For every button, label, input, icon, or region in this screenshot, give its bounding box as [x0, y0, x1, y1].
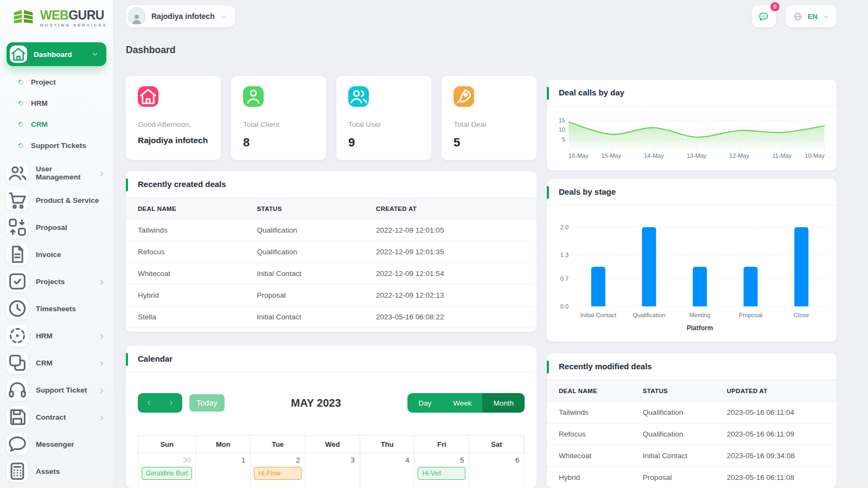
brand-logo-icon: [12, 8, 36, 29]
calendar-day-cell[interactable]: 4: [360, 453, 415, 488]
calendar-month-label: MAY 2023: [225, 397, 407, 409]
sidebar-item-contract[interactable]: Contract: [0, 403, 113, 431]
sidebar-item-timesheets[interactable]: Timesheets: [0, 295, 113, 322]
sidebar-subitem-project[interactable]: Project: [0, 72, 113, 93]
day-number: 4: [360, 453, 414, 465]
table-cell: Qualification: [631, 402, 715, 423]
svg-text:Close: Close: [794, 312, 809, 318]
svg-text:2.0: 2.0: [560, 224, 569, 230]
chevron-right-icon: [98, 387, 105, 394]
recently-modified-deals-card: Recently modified deals DEAL NAMESTATUSU…: [547, 354, 837, 488]
users-icon: [348, 86, 369, 107]
table-cell: Proposal: [245, 285, 365, 306]
weekday-header: Mon: [196, 436, 251, 453]
stat-card-total-deal: Total Deal5: [442, 76, 537, 160]
sidebar-item-projects[interactable]: Projects: [0, 268, 113, 295]
deal-calls-line-chart: 1510516-May15-May14-May13-May12-May11-Ma…: [547, 108, 837, 167]
day-number: 6: [469, 453, 524, 465]
table-cell: Stella: [126, 306, 245, 328]
calendar-prev-button[interactable]: [138, 393, 160, 413]
table-cell: Hybrid: [547, 467, 631, 488]
calendar-event[interactable]: Hi-Veil: [418, 467, 465, 480]
calendar-event[interactable]: Geraldine Burt: [142, 467, 192, 480]
svg-text:Qualification: Qualification: [633, 312, 666, 318]
user-icon: [243, 86, 264, 107]
avatar: [127, 7, 146, 25]
sidebar-item-dashboard[interactable]: Dashboard: [7, 42, 106, 66]
sidebar-menu: User ManagementProduct & ServiceProposal…: [0, 159, 113, 488]
table-cell: Tailwinds: [126, 220, 245, 241]
chevron-right-icon: [98, 170, 105, 177]
sidebar-subitem-hrm[interactable]: HRM: [0, 93, 113, 114]
workspace-selector[interactable]: Rajodiya infotech: [126, 5, 235, 27]
table-cell: 2023-05-16 06:08:22: [364, 306, 537, 328]
language-selector[interactable]: EN: [786, 5, 837, 27]
headset-icon: [7, 379, 28, 401]
calendar-view-week[interactable]: Week: [442, 393, 482, 413]
chevron-right-icon: [168, 400, 175, 407]
table-row: TailwindsQualification2022-12-09 12:01:0…: [126, 220, 537, 241]
sidebar-item-crm[interactable]: CRM: [0, 349, 113, 376]
chevron-right-icon: [98, 359, 105, 367]
svg-text:Meeting: Meeting: [689, 312, 710, 318]
calendar-event[interactable]: Hi-Flow: [254, 467, 302, 480]
weekday-header: Sat: [469, 436, 524, 453]
svg-text:14-May: 14-May: [644, 152, 664, 159]
table-cell: Tailwinds: [547, 402, 631, 423]
sidebar-item-notes[interactable]: Notes: [0, 485, 113, 488]
sidebar-item-support-ticket[interactable]: Support Ticket: [0, 376, 113, 403]
bullet-icon: [17, 121, 24, 128]
calendar-day-cell[interactable]: 30Geraldine Burt: [138, 453, 196, 488]
column-header: STATUS: [631, 381, 715, 402]
calendar-day-cell[interactable]: 3: [305, 453, 360, 488]
table-cell: 2022-12-09 12:01:54: [364, 263, 537, 285]
column-header: STATUS: [245, 198, 365, 220]
sidebar-subitem-crm[interactable]: CRM: [0, 114, 113, 135]
calculator-icon: [7, 460, 28, 482]
sidebar-item-hrm[interactable]: HRM: [0, 322, 113, 349]
table-cell: Proposal: [631, 467, 715, 488]
check-square-icon: [7, 271, 28, 292]
column-header: CREATED AT: [364, 198, 537, 220]
column-header: UPDATED AT: [715, 381, 837, 402]
home-icon: [10, 46, 27, 63]
table-cell: 2023-05-16 06:11:04: [715, 402, 837, 423]
right-column: Deal calls by day 1510516-May15-May14-Ma…: [547, 80, 837, 488]
sidebar-item-user-management[interactable]: User Management: [0, 159, 113, 187]
svg-text:15-May: 15-May: [601, 152, 621, 159]
weekday-header: Fri: [414, 436, 469, 453]
calendar-day-cell[interactable]: 1: [196, 453, 251, 488]
table-cell: Qualification: [245, 241, 365, 263]
sidebar-subitem-support-tickets[interactable]: Support Tickets: [0, 135, 113, 156]
left-column: Good Afternoon,Rajodiya infotechTotal Cl…: [126, 76, 537, 488]
sidebar-item-invoice[interactable]: Invoice: [0, 241, 113, 268]
table-cell: 2022-12-09 12:01:05: [364, 220, 537, 241]
sidebar-item-proposal[interactable]: Proposal: [0, 214, 113, 241]
calendar-day-cell[interactable]: 6: [469, 453, 524, 488]
cart-icon: [7, 189, 28, 211]
svg-text:15: 15: [559, 117, 565, 124]
sidebar-item-messenger[interactable]: Messenger: [0, 431, 113, 458]
calendar-grid: SunMonTueWedThuFriSat30Geraldine Burt12H…: [138, 435, 525, 488]
table-cell: 2022-12-09 12:02:13: [364, 285, 537, 306]
brand-logo[interactable]: WEBGURU HOSTING SERVICES: [0, 0, 113, 29]
svg-text:Initial Contact: Initial Contact: [580, 312, 616, 318]
calendar-today-button[interactable]: Today: [189, 394, 225, 412]
calendar-day-cell[interactable]: 5Hi-Veil: [414, 453, 469, 488]
svg-text:10-May: 10-May: [805, 152, 825, 159]
chevron-down-icon: [220, 13, 227, 20]
clock-icon: [7, 298, 28, 319]
calendar-nav: [138, 393, 182, 413]
calendar-view-day[interactable]: Day: [407, 393, 442, 413]
calendar-next-button[interactable]: [160, 393, 182, 413]
day-number: 2: [251, 453, 305, 465]
sidebar-item-assets[interactable]: Assets: [0, 458, 113, 485]
sidebar-item-product-service[interactable]: Product & Service: [0, 187, 113, 214]
messages-button[interactable]: 0: [752, 5, 776, 27]
table-cell: Initial Contact: [245, 306, 365, 328]
table-row: WhitecoatInitial Contact2023-05-16 09:34…: [547, 445, 837, 467]
calendar-day-cell[interactable]: 2Hi-Flow: [251, 453, 305, 488]
svg-text:Proposal: Proposal: [739, 312, 762, 318]
chevron-down-icon: [91, 50, 99, 58]
calendar-view-month[interactable]: Month: [482, 393, 525, 413]
